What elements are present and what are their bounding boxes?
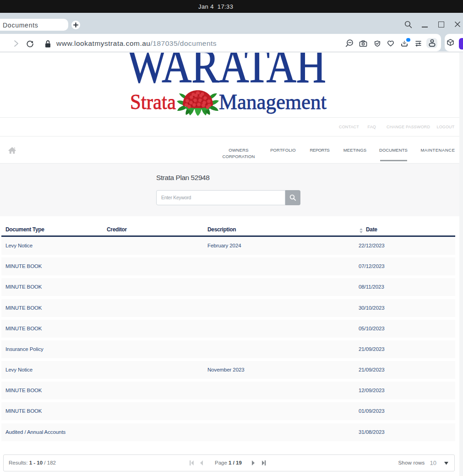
svg-text:Management: Management xyxy=(219,90,327,114)
svg-text:Strata: Strata xyxy=(130,90,176,114)
